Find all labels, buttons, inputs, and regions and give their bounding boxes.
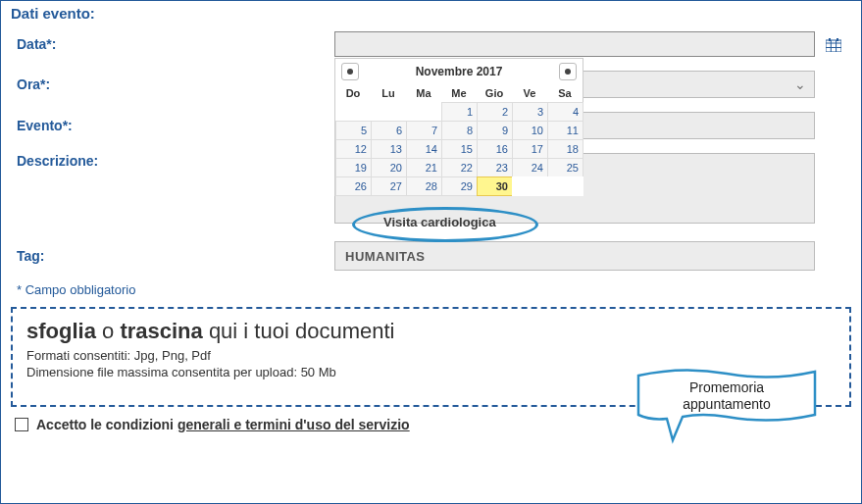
datepicker-day[interactable]: 12 — [335, 139, 372, 159]
terms-prefix: Accetto le condizioni — [36, 417, 177, 432]
required-hint: * Campo obbligatorio — [11, 282, 851, 297]
datepicker-day[interactable]: 7 — [406, 121, 442, 140]
datepicker-day[interactable]: 26 — [335, 176, 372, 196]
data-input[interactable] — [334, 31, 815, 57]
label-tag: Tag: — [11, 248, 334, 264]
section-title: Dati evento: — [11, 5, 851, 22]
dropzone-rest: qui i tuoi documenti — [203, 319, 395, 343]
datepicker-day[interactable]: 11 — [547, 121, 583, 140]
datepicker-day[interactable]: 8 — [441, 121, 478, 140]
dow-cell: Do — [335, 84, 371, 102]
datepicker-day[interactable]: 15 — [441, 139, 478, 159]
datepicker-day[interactable]: 2 — [477, 102, 513, 122]
label-data: Data*: — [11, 36, 334, 52]
svg-rect-6 — [837, 38, 838, 41]
datepicker-prev-icon[interactable] — [341, 63, 359, 80]
dow-cell: Lu — [371, 84, 406, 102]
datepicker-day[interactable]: 25 — [547, 158, 583, 177]
terms-text: Accetto le condizioni generali e termini… — [36, 417, 410, 432]
datepicker-day[interactable]: 5 — [335, 121, 372, 140]
datepicker-day[interactable]: 3 — [512, 102, 548, 122]
datepicker-day[interactable]: 9 — [477, 121, 513, 140]
datepicker-day[interactable]: 21 — [406, 158, 442, 177]
datepicker-day[interactable]: 6 — [371, 121, 407, 140]
datepicker-day[interactable]: 27 — [371, 176, 407, 196]
datepicker-popup[interactable]: Novembre 2017 Do Lu Ma Me Gio Ve Sa 1234… — [334, 58, 583, 196]
datepicker-day[interactable]: 18 — [547, 139, 583, 159]
datepicker-day[interactable]: 22 — [441, 158, 478, 177]
datepicker-day[interactable]: 16 — [477, 139, 513, 159]
tag-value: HUMANITAS — [345, 249, 426, 264]
svg-point-8 — [565, 69, 571, 75]
datepicker-day[interactable]: 28 — [406, 176, 442, 196]
svg-point-7 — [347, 69, 353, 75]
row-data: Data*: Nov — [11, 31, 851, 57]
event-form-panel: Dati evento: Data*: — [0, 0, 862, 504]
dropzone-mid: o — [96, 319, 120, 343]
datepicker-day[interactable]: 23 — [477, 158, 513, 177]
datepicker-day — [371, 102, 407, 122]
datepicker-day — [406, 102, 442, 122]
datepicker-day[interactable]: 30 — [477, 176, 513, 196]
dropzone-maxsize: Dimensione file massima consentita per u… — [26, 365, 836, 379]
datepicker-day — [335, 102, 372, 122]
datepicker-day[interactable]: 1 — [441, 102, 478, 122]
datepicker-day[interactable]: 4 — [547, 102, 583, 122]
datepicker-day[interactable]: 13 — [371, 139, 407, 159]
datepicker-day[interactable]: 29 — [441, 176, 478, 196]
datepicker-day[interactable]: 19 — [335, 158, 372, 177]
dow-cell: Ma — [406, 84, 441, 102]
datepicker-header: Novembre 2017 — [335, 59, 583, 84]
dropzone-title: sfoglia o trascina qui i tuoi documenti — [26, 319, 836, 344]
svg-rect-5 — [829, 38, 831, 41]
dow-cell: Ve — [512, 84, 547, 102]
datepicker-day[interactable]: 17 — [512, 139, 548, 159]
dow-cell: Gio — [477, 84, 512, 102]
file-dropzone[interactable]: sfoglia o trascina qui i tuoi documenti … — [11, 307, 851, 407]
datepicker-day — [512, 176, 548, 196]
row-tag: Tag: HUMANITAS — [11, 241, 851, 271]
field-data: Novembre 2017 Do Lu Ma Me Gio Ve Sa 1234… — [334, 31, 851, 57]
annotation-evento-example: Visita cardiologica — [383, 215, 496, 229]
datepicker-day[interactable]: 10 — [512, 121, 548, 140]
datepicker-body: 1234567891011121314151617181920212223242… — [335, 102, 583, 195]
label-evento: Evento*: — [11, 118, 334, 133]
dropzone-browse-word: sfoglia — [26, 319, 96, 343]
datepicker-day — [547, 176, 583, 196]
dow-cell: Me — [441, 84, 477, 102]
label-ora: Ora*: — [11, 76, 334, 92]
terms-checkbox[interactable] — [15, 418, 28, 431]
datepicker-title: Novembre 2017 — [416, 65, 503, 78]
datepicker-day[interactable]: 24 — [512, 158, 548, 177]
datepicker-day[interactable]: 20 — [371, 158, 407, 177]
terms-row: Accetto le condizioni generali e termini… — [11, 407, 851, 432]
dropzone-formats: Formati consentiti: Jpg, Png, Pdf — [26, 348, 836, 363]
tag-input[interactable]: HUMANITAS — [334, 241, 815, 271]
dropzone-drag-word: trascina — [120, 319, 202, 343]
calendar-icon[interactable] — [825, 37, 842, 53]
terms-link[interactable]: generali e termini d'uso del servizio — [177, 417, 410, 432]
chevron-down-icon: ⌄ — [794, 76, 806, 92]
label-descrizione: Descrizione: — [11, 153, 334, 169]
datepicker-dow: Do Lu Ma Me Gio Ve Sa — [335, 84, 583, 102]
datepicker-day[interactable]: 14 — [406, 139, 442, 159]
dow-cell: Sa — [547, 84, 583, 102]
svg-rect-0 — [826, 40, 841, 52]
datepicker-next-icon[interactable] — [559, 63, 577, 80]
